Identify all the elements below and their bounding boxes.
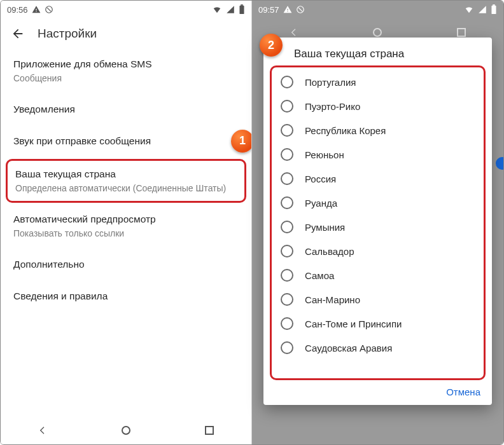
radio-icon bbox=[281, 124, 293, 137]
item-title: Сведения и правила bbox=[13, 290, 239, 303]
item-about[interactable]: Сведения и правила bbox=[1, 281, 251, 313]
country-option[interactable]: Россия bbox=[272, 167, 484, 191]
radio-icon bbox=[281, 221, 293, 233]
status-bar: 09:56 bbox=[1, 1, 251, 18]
battery-icon bbox=[239, 4, 245, 15]
back-arrow-icon[interactable] bbox=[11, 27, 25, 41]
item-send-sound[interactable]: Звук при отправке сообщения 1 bbox=[1, 126, 251, 158]
country-option[interactable]: Пуэрто-Рико bbox=[272, 94, 484, 118]
country-option[interactable]: Сан-Марино bbox=[272, 287, 484, 312]
item-title: Звук при отправке сообщения bbox=[13, 135, 239, 148]
item-advanced[interactable]: Дополнительно bbox=[1, 249, 251, 281]
dialog-actions: Отмена bbox=[263, 383, 492, 405]
wifi-icon bbox=[464, 5, 474, 14]
radio-icon bbox=[281, 269, 293, 282]
warning-icon bbox=[283, 5, 292, 14]
radio-icon bbox=[281, 317, 293, 330]
item-title: Дополнительно bbox=[13, 258, 239, 271]
country-option[interactable]: Реюньон bbox=[272, 142, 484, 167]
status-time: 09:56 bbox=[7, 5, 28, 15]
signal-icon bbox=[226, 5, 235, 14]
no-sync-icon bbox=[45, 5, 53, 14]
status-bar: 09:57 bbox=[252, 1, 503, 18]
status-time: 09:57 bbox=[258, 5, 279, 15]
svg-rect-6 bbox=[491, 6, 496, 14]
item-auto-preview[interactable]: Автоматический предпросмотр Показывать т… bbox=[1, 204, 251, 249]
item-title: Приложение для обмена SMS bbox=[13, 58, 239, 71]
warning-icon bbox=[32, 5, 41, 14]
radio-icon bbox=[281, 172, 293, 185]
battery-icon bbox=[491, 4, 497, 15]
item-sms-app[interactable]: Приложение для обмена SMS Сообщения bbox=[1, 49, 251, 94]
page-title: Настройки bbox=[38, 27, 97, 41]
country-option[interactable]: Сальвадор bbox=[272, 239, 484, 263]
country-list[interactable]: Португалия Пуэрто-Рико Республика Корея … bbox=[270, 65, 486, 380]
cancel-button[interactable]: Отмена bbox=[446, 387, 480, 397]
item-sub: Показывать только ссылки bbox=[13, 228, 239, 240]
nav-home-icon[interactable] bbox=[119, 423, 133, 437]
callout-badge-2: 2 bbox=[260, 34, 283, 57]
radio-icon bbox=[281, 76, 293, 88]
radio-icon bbox=[281, 100, 293, 113]
callout-badge-1: 1 bbox=[231, 130, 251, 153]
svg-rect-7 bbox=[493, 4, 495, 6]
phone-right: 09:57 ПриСоо Уве Зву ВашОпр Шта АвтПок Д… bbox=[252, 1, 503, 444]
no-sync-icon bbox=[296, 5, 305, 14]
item-title: Уведомления bbox=[13, 103, 239, 116]
item-notifications[interactable]: Уведомления bbox=[1, 94, 251, 126]
phone-left: 09:56 Настройки Приложение для обмена SM… bbox=[1, 1, 252, 444]
radio-icon bbox=[281, 341, 293, 354]
country-option[interactable]: Республика Корея bbox=[272, 118, 484, 142]
svg-rect-1 bbox=[239, 6, 244, 14]
country-option[interactable]: Саудовская Аравия bbox=[272, 336, 484, 360]
wifi-icon bbox=[212, 5, 222, 14]
radio-icon bbox=[281, 245, 293, 257]
nav-recent-icon[interactable] bbox=[202, 423, 216, 437]
country-dialog-backdrop[interactable]: 2 Ваша текущая страна Португалия Пуэрто-… bbox=[252, 18, 503, 416]
item-sub: Определена автоматически (Соединенные Шт… bbox=[15, 182, 237, 195]
dialog-title: Ваша текущая страна bbox=[263, 38, 492, 65]
svg-point-3 bbox=[122, 427, 130, 434]
country-option[interactable]: Самоа bbox=[272, 263, 484, 287]
item-title: Автоматический предпросмотр bbox=[13, 213, 239, 226]
country-option[interactable]: Румыния bbox=[272, 215, 484, 239]
radio-icon bbox=[281, 148, 293, 161]
nav-bar bbox=[1, 416, 251, 444]
nav-back-icon[interactable] bbox=[36, 423, 50, 437]
svg-rect-4 bbox=[206, 427, 213, 434]
svg-rect-2 bbox=[241, 4, 243, 6]
item-sub: Сообщения bbox=[13, 72, 239, 85]
item-title: Ваша текущая страна bbox=[15, 168, 237, 181]
country-option[interactable]: Португалия bbox=[272, 70, 484, 94]
country-option[interactable]: Руанда bbox=[272, 191, 484, 215]
country-option[interactable]: Сан-Томе и Принсипи bbox=[272, 312, 484, 336]
app-bar: Настройки bbox=[1, 18, 251, 49]
radio-icon bbox=[281, 293, 293, 306]
signal-icon bbox=[478, 5, 487, 14]
radio-icon bbox=[281, 196, 293, 209]
country-dialog: 2 Ваша текущая страна Португалия Пуэрто-… bbox=[263, 38, 492, 405]
settings-list: Приложение для обмена SMS Сообщения Увед… bbox=[1, 49, 251, 416]
item-current-country[interactable]: Ваша текущая страна Определена автоматич… bbox=[6, 159, 246, 203]
